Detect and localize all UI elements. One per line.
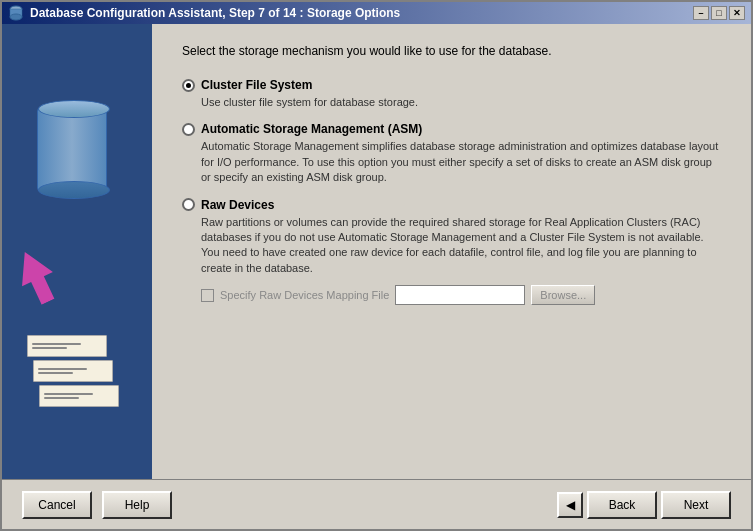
browse-button[interactable]: Browse...	[531, 285, 595, 305]
radio-asm[interactable]	[182, 123, 195, 136]
db-illustration	[12, 77, 142, 427]
main-area: Select the storage mechanism you would l…	[2, 24, 751, 479]
close-button[interactable]: ✕	[729, 6, 745, 20]
paper-line	[32, 347, 67, 349]
specify-raw-label: Specify Raw Devices Mapping File	[220, 289, 389, 301]
option-title-raw: Raw Devices	[201, 198, 274, 212]
back-button[interactable]: Back	[587, 491, 657, 519]
title-bar-buttons: – □ ✕	[693, 6, 745, 20]
option-asm: Automatic Storage Management (ASM) Autom…	[182, 122, 721, 185]
option-desc-raw: Raw partitions or volumes can provide th…	[201, 215, 721, 277]
option-header-raw: Raw Devices	[182, 198, 721, 212]
title-left: Database Configuration Assistant, Step 7…	[8, 5, 400, 21]
bottom-bar: Cancel Help ◀ Back Next	[2, 479, 751, 529]
paper-item	[27, 335, 107, 357]
checkbox-specify-raw[interactable]	[201, 289, 214, 302]
bottom-left-buttons: Cancel Help	[22, 491, 172, 519]
radio-cluster-file-system[interactable]	[182, 79, 195, 92]
right-panel: Select the storage mechanism you would l…	[152, 24, 751, 479]
arrow-decoration	[9, 244, 65, 311]
svg-marker-3	[9, 244, 63, 308]
cancel-button[interactable]: Cancel	[22, 491, 92, 519]
paper-line	[38, 368, 87, 370]
svg-point-2	[10, 14, 22, 20]
paper-line	[32, 343, 81, 345]
option-cluster-file-system: Cluster File System Use cluster file sys…	[182, 78, 721, 110]
database-cylinder	[37, 107, 107, 192]
option-header-asm: Automatic Storage Management (ASM)	[182, 122, 721, 136]
paper-line	[38, 372, 73, 374]
option-title-cluster: Cluster File System	[201, 78, 312, 92]
back-arrow-button[interactable]: ◀	[557, 492, 583, 518]
option-header: Cluster File System	[182, 78, 721, 92]
option-title-asm: Automatic Storage Management (ASM)	[201, 122, 422, 136]
window-title: Database Configuration Assistant, Step 7…	[30, 6, 400, 20]
paper-item	[39, 385, 119, 407]
specify-raw-row: Specify Raw Devices Mapping File Browse.…	[201, 285, 721, 305]
minimize-button[interactable]: –	[693, 6, 709, 20]
maximize-button[interactable]: □	[711, 6, 727, 20]
option-desc-asm: Automatic Storage Management simplifies …	[201, 139, 721, 185]
radio-raw-devices[interactable]	[182, 198, 195, 211]
bottom-right-buttons: ◀ Back Next	[557, 491, 731, 519]
help-button[interactable]: Help	[102, 491, 172, 519]
option-desc-cluster: Use cluster file system for database sto…	[201, 95, 721, 110]
option-raw-devices: Raw Devices Raw partitions or volumes ca…	[182, 198, 721, 306]
title-bar: Database Configuration Assistant, Step 7…	[2, 2, 751, 24]
content-area: Select the storage mechanism you would l…	[2, 24, 751, 529]
paper-line	[44, 397, 79, 399]
window-icon	[8, 5, 24, 21]
main-window: Database Configuration Assistant, Step 7…	[0, 0, 753, 531]
left-panel	[2, 24, 152, 479]
papers-stack	[27, 335, 107, 407]
paper-item	[33, 360, 113, 382]
next-button[interactable]: Next	[661, 491, 731, 519]
paper-line	[44, 393, 93, 395]
specify-raw-input[interactable]	[395, 285, 525, 305]
intro-text: Select the storage mechanism you would l…	[182, 44, 721, 58]
